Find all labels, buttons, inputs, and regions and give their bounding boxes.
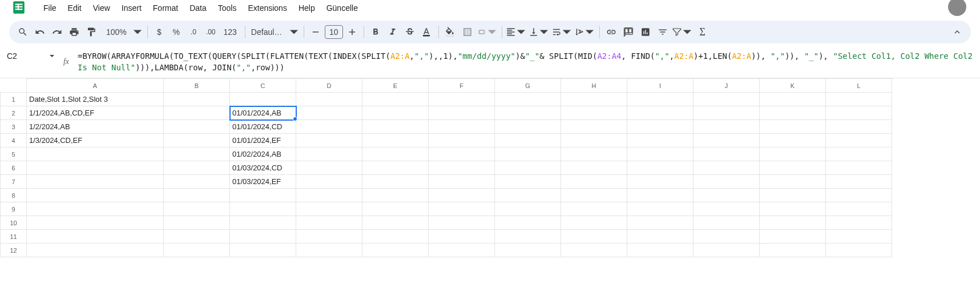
undo-icon[interactable] <box>32 24 48 40</box>
cell-I9[interactable] <box>627 202 693 216</box>
cell-F2[interactable] <box>429 106 495 120</box>
cell-I5[interactable] <box>627 148 693 161</box>
cell-L11[interactable] <box>826 230 892 244</box>
cell-I12[interactable] <box>627 244 693 257</box>
text-wrap-icon[interactable] <box>551 24 573 40</box>
cell-J4[interactable] <box>693 134 760 148</box>
cell-H8[interactable] <box>561 189 627 202</box>
row-header-4[interactable]: 4 <box>1 134 27 148</box>
redo-icon[interactable] <box>49 24 65 40</box>
cell-C9[interactable] <box>230 202 296 216</box>
cell-D11[interactable] <box>296 230 362 244</box>
cell-A12[interactable] <box>27 244 164 257</box>
cell-A5[interactable] <box>27 148 164 161</box>
cell-A11[interactable] <box>27 230 164 244</box>
cell-J1[interactable] <box>693 93 760 106</box>
cell-F1[interactable] <box>429 93 495 106</box>
cell-C7[interactable]: 01/03/2024,EF <box>230 175 296 189</box>
cell-A9[interactable] <box>27 202 164 216</box>
cell-A8[interactable] <box>27 189 164 202</box>
cell-F7[interactable] <box>429 175 495 189</box>
cell-E9[interactable] <box>362 202 429 216</box>
cell-I1[interactable] <box>627 93 693 106</box>
currency-icon[interactable]: $ <box>151 24 167 40</box>
cell-B8[interactable] <box>164 189 230 202</box>
zoom-select[interactable]: 100% <box>100 24 144 40</box>
cell-J12[interactable] <box>693 244 760 257</box>
increase-font-size-icon[interactable] <box>344 24 360 40</box>
cell-K9[interactable] <box>760 202 826 216</box>
cell-J2[interactable] <box>693 106 760 120</box>
cell-B3[interactable] <box>164 120 230 134</box>
cell-H6[interactable] <box>561 161 627 175</box>
text-rotation-icon[interactable] <box>574 24 596 40</box>
cell-L4[interactable] <box>826 134 892 148</box>
row-header-1[interactable]: 1 <box>1 93 27 106</box>
column-header-G[interactable]: G <box>495 79 561 93</box>
cell-A7[interactable] <box>27 175 164 189</box>
cell-K5[interactable] <box>760 148 826 161</box>
cell-K12[interactable] <box>760 244 826 257</box>
row-header-2[interactable]: 2 <box>1 106 27 120</box>
cell-G3[interactable] <box>495 120 561 134</box>
cell-B2[interactable] <box>164 106 230 120</box>
cell-J8[interactable] <box>693 189 760 202</box>
column-header-I[interactable]: I <box>627 79 693 93</box>
cell-I7[interactable] <box>627 175 693 189</box>
menu-format[interactable]: Format <box>148 1 183 15</box>
cell-J3[interactable] <box>693 120 760 134</box>
column-header-F[interactable]: F <box>429 79 495 93</box>
cell-D9[interactable] <box>296 202 362 216</box>
cell-L1[interactable] <box>826 93 892 106</box>
menu-extensions[interactable]: Extensions <box>243 1 291 15</box>
cell-I4[interactable] <box>627 134 693 148</box>
cell-B5[interactable] <box>164 148 230 161</box>
cell-C10[interactable] <box>230 216 296 230</box>
row-header-8[interactable]: 8 <box>1 189 27 202</box>
search-menus-icon[interactable] <box>15 24 31 40</box>
cell-E3[interactable] <box>362 120 429 134</box>
decrease-font-size-icon[interactable] <box>308 24 324 40</box>
print-icon[interactable] <box>66 24 82 40</box>
cell-C8[interactable] <box>230 189 296 202</box>
cell-J9[interactable] <box>693 202 760 216</box>
menu-data[interactable]: Data <box>185 1 211 15</box>
decrease-decimal-icon[interactable]: .0 <box>185 24 201 40</box>
cell-C4[interactable]: 01/01/2024,EF <box>230 134 296 148</box>
name-box[interactable]: C2 <box>0 48 59 64</box>
column-header-C[interactable]: C <box>230 79 296 93</box>
cell-K10[interactable] <box>760 216 826 230</box>
cell-D3[interactable] <box>296 120 362 134</box>
cell-D8[interactable] <box>296 189 362 202</box>
cell-L3[interactable] <box>826 120 892 134</box>
cell-D7[interactable] <box>296 175 362 189</box>
column-header-J[interactable]: J <box>693 79 760 93</box>
cell-D12[interactable] <box>296 244 362 257</box>
strikethrough-icon[interactable] <box>402 24 418 40</box>
cell-E1[interactable] <box>362 93 429 106</box>
row-header-7[interactable]: 7 <box>1 175 27 189</box>
cell-A3[interactable]: 1/2/2024,AB <box>27 120 164 134</box>
more-formats-icon[interactable]: 123 <box>220 24 241 40</box>
menu-güncelle[interactable]: Güncelle <box>322 1 362 15</box>
cell-I11[interactable] <box>627 230 693 244</box>
cell-D1[interactable] <box>296 93 362 106</box>
cell-D6[interactable] <box>296 161 362 175</box>
cell-L9[interactable] <box>826 202 892 216</box>
cell-I3[interactable] <box>627 120 693 134</box>
cell-H7[interactable] <box>561 175 627 189</box>
cell-K4[interactable] <box>760 134 826 148</box>
cell-F11[interactable] <box>429 230 495 244</box>
cell-G10[interactable] <box>495 216 561 230</box>
cell-G9[interactable] <box>495 202 561 216</box>
cell-G1[interactable] <box>495 93 561 106</box>
menu-edit[interactable]: Edit <box>63 1 86 15</box>
cell-J6[interactable] <box>693 161 760 175</box>
cell-B11[interactable] <box>164 230 230 244</box>
cell-J10[interactable] <box>693 216 760 230</box>
column-header-D[interactable]: D <box>296 79 362 93</box>
cell-L6[interactable] <box>826 161 892 175</box>
font-family-select[interactable]: Defaul… <box>249 24 300 40</box>
cell-L7[interactable] <box>826 175 892 189</box>
cell-L5[interactable] <box>826 148 892 161</box>
